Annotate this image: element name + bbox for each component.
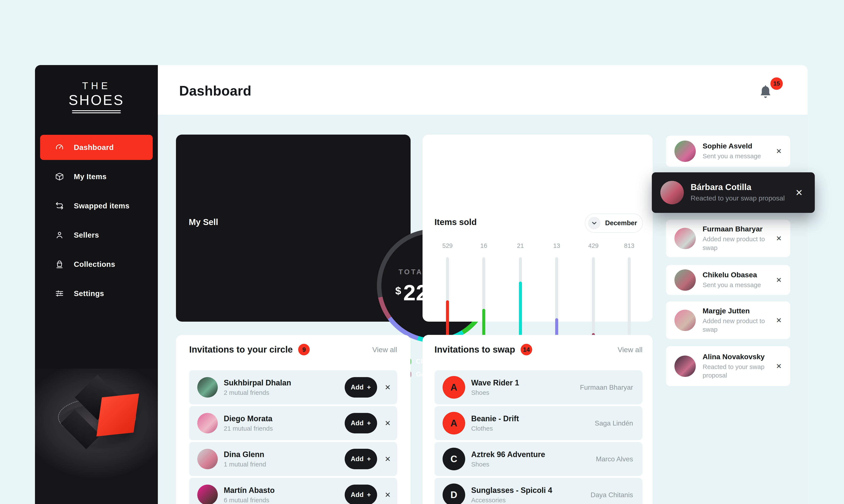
swap-row: A Wave Rider 1 Shoes Furmaan Bharyar [434, 370, 643, 404]
box-icon [55, 172, 65, 181]
swap-person-name: Furmaan Bharyar [580, 383, 636, 391]
my-sell-card: My Sell December TOTAL INCOME $ 22,789 S… [176, 134, 411, 322]
bar-top-value: 16 [465, 242, 503, 249]
sidebar-item-label: Dashboard [74, 143, 114, 152]
swap-arrows-icon [55, 201, 65, 211]
product-category: Shoes [471, 389, 519, 396]
header [158, 65, 808, 115]
add-button[interactable]: Add+ [345, 449, 377, 469]
add-label: Add [351, 383, 363, 391]
bar-accessories: 21 16 Accessories [501, 134, 540, 322]
close-icon[interactable]: ✕ [776, 316, 782, 324]
close-icon[interactable]: ✕ [776, 276, 782, 284]
sidebar-item-my-items[interactable]: My Items [40, 164, 153, 189]
person-name: Martín Abasto [224, 486, 275, 495]
sidebar-item-collections[interactable]: Collections [40, 252, 153, 277]
product-name: Sunglasses - Spicoli 4 [471, 486, 552, 495]
bar-books: 13 4 Books [538, 134, 576, 322]
bar-top-value: 21 [501, 242, 540, 249]
add-label: Add [351, 491, 363, 499]
close-icon[interactable]: ✕ [795, 187, 803, 198]
logo-underline-2 [72, 112, 121, 113]
avatar [675, 356, 696, 377]
upgrade-panel: Upgrade to Pro [35, 368, 158, 504]
view-all-link[interactable]: View all [372, 345, 397, 354]
notification-name: Margje Jutten [703, 307, 773, 315]
avatar [197, 449, 218, 469]
product-initial-badge: C [443, 448, 465, 470]
bar-games: 429 190 Games [574, 134, 613, 322]
notification-message: Added new product to swap [703, 317, 773, 334]
swap-row: C Aztrek 96 Adventure Shoes Marco Alves [434, 442, 643, 476]
items-sold-card: Items sold December 529 319 Shoes 16 7 C… [423, 134, 653, 322]
avatar [197, 485, 218, 504]
add-button[interactable]: Add+ [345, 485, 377, 504]
app-window: THE SHOES Dashboard [35, 65, 808, 504]
sidebar-item-swapped-items[interactable]: Swapped items [40, 193, 153, 218]
invitations-swap-title: Invitations to swap [434, 344, 515, 355]
invitations-circle-title: Invitations to your circle [189, 344, 293, 355]
close-icon[interactable]: ✕ [385, 455, 391, 463]
illustration-red-panel [96, 394, 139, 437]
notification-card: Furmaan Bharyar Added new product to swa… [666, 220, 790, 257]
close-icon[interactable]: ✕ [385, 419, 391, 428]
close-icon[interactable]: ✕ [385, 383, 391, 392]
product-category: Clothes [471, 425, 519, 432]
notification-name: Furmaan Bharyar [703, 225, 773, 233]
sidebar-item-label: Sellers [74, 231, 99, 239]
toast-message: Reacted to your swap proposal [690, 194, 785, 203]
product-category: Shoes [471, 461, 545, 468]
invitations-circle-list: Sukhbirpal Dhalan 2 mutual friends Add+ … [189, 370, 397, 504]
notification-message: Sent you a message [703, 281, 761, 289]
close-icon[interactable]: ✕ [776, 147, 782, 155]
notification-card: Chikelu Obasea Sent you a message ✕ [666, 265, 790, 295]
notification-bell-icon[interactable] [758, 85, 773, 101]
person-name: Diego Morata [224, 414, 273, 423]
sidebar-item-settings[interactable]: Settings [40, 281, 153, 306]
page: THE SHOES Dashboard [0, 0, 844, 504]
add-button[interactable]: Add+ [345, 413, 377, 433]
invitations-circle-header: Invitations to your circle 9 View all [189, 344, 397, 355]
bar-shoes: 529 319 Shoes [428, 134, 467, 322]
sliders-icon [55, 289, 65, 299]
app-logo: THE SHOES [35, 80, 158, 113]
sidebar-menu: Dashboard My Items Swapped items [40, 135, 153, 306]
avatar [197, 413, 218, 433]
avatar [675, 310, 696, 331]
sidebar-item-label: Swapped items [74, 201, 129, 210]
product-name: Wave Rider 1 [471, 378, 519, 387]
circle-row: Diego Morata 21 mutual friends Add+ ✕ [189, 406, 397, 440]
mutual-friends: 2 mutual friends [224, 389, 291, 396]
product-initial-badge: D [443, 484, 465, 504]
notification-toast[interactable]: Bárbara Cotilla Reacted to your swap pro… [652, 172, 815, 213]
bar-other: 813 124 Other [610, 134, 648, 322]
bar-top-value: 813 [610, 242, 648, 249]
notification-count-badge: 15 [770, 77, 783, 90]
logo-line-2: SHOES [35, 92, 158, 108]
avatar [675, 269, 696, 291]
logo-underline [72, 110, 121, 111]
sidebar-item-dashboard[interactable]: Dashboard [40, 135, 153, 160]
invitations-swap-header: Invitations to swap 14 View all [434, 344, 643, 355]
product-initial-badge: A [443, 376, 465, 399]
swap-person-name: Marco Alves [596, 455, 636, 463]
close-icon[interactable]: ✕ [776, 362, 782, 370]
close-icon[interactable]: ✕ [385, 490, 391, 499]
product-initial-badge: A [443, 412, 465, 434]
view-all-link[interactable]: View all [617, 345, 643, 354]
circle-row: Sukhbirpal Dhalan 2 mutual friends Add+ … [189, 370, 397, 404]
circle-row: Dina Glenn 1 mutual friend Add+ ✕ [189, 442, 397, 476]
mutual-friends: 6 mutual friends [224, 497, 275, 504]
bar-top-value: 13 [538, 242, 576, 249]
avatar [660, 181, 684, 204]
person-name: Sukhbirpal Dhalan [224, 378, 291, 387]
notification-card: Sophie Asveld Sent you a message ✕ [666, 136, 790, 167]
sidebar-item-sellers[interactable]: Sellers [40, 222, 153, 248]
add-label: Add [351, 419, 363, 427]
avatar [675, 228, 696, 249]
close-icon[interactable]: ✕ [776, 234, 782, 242]
invitations-swap-list: A Wave Rider 1 Shoes Furmaan Bharyar A B… [434, 370, 643, 504]
add-button[interactable]: Add+ [345, 377, 377, 398]
person-name: Dina Glenn [224, 450, 266, 459]
swap-row: A Beanie - Drift Clothes Saga Lindén [434, 406, 643, 440]
